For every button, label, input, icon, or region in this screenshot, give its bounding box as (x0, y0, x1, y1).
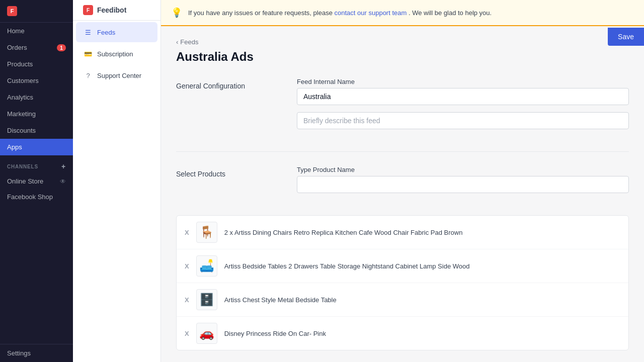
product-name-p1: 2 x Artiss Dining Chairs Retro Replica K… (224, 229, 620, 236)
sidebar-item-orders[interactable]: Orders1 (0, 39, 73, 56)
remove-product-p4[interactable]: X (185, 330, 189, 337)
sidebar-item-label-orders: Orders (7, 44, 27, 51)
product-name-search-group: Type Product Name (297, 166, 629, 193)
channels-section-label: CHANNELS + (0, 155, 73, 173)
sidebar-channel-online-store[interactable]: Online Store👁 (0, 173, 73, 189)
breadcrumb[interactable]: ‹ Feeds (176, 38, 629, 46)
app-panel: F Feedibot ☰ Feeds 💳 Subscription ? Supp… (73, 0, 161, 362)
sidebar: F HomeOrders1ProductsCustomersAnalyticsM… (0, 0, 73, 362)
sidebar-item-marketing[interactable]: Marketing (0, 106, 73, 122)
app-panel-label-subscription: Subscription (97, 50, 133, 58)
sidebar-item-label-marketing: Marketing (7, 110, 36, 118)
remove-product-p1[interactable]: X (185, 229, 189, 236)
save-button[interactable]: Save (608, 28, 644, 46)
feed-internal-name-input[interactable] (297, 88, 629, 105)
sidebar-item-label-analytics: Analytics (7, 94, 33, 101)
app-panel-item-subscription[interactable]: 💳 Subscription (76, 44, 157, 64)
main-content: 💡 If you have any issues or feature requ… (161, 0, 644, 362)
question-icon: ? (84, 71, 92, 79)
general-config-label: General Configuration (176, 78, 277, 90)
sidebar-item-products[interactable]: Products (0, 56, 73, 72)
sidebar-logo: F (0, 0, 73, 23)
product-name-p3: Artiss Chest Style Metal Bedside Table (224, 296, 620, 304)
add-channel-icon[interactable]: + (61, 162, 66, 170)
product-name-p4: Disney Princess Ride On Car- Pink (224, 330, 620, 337)
app-panel-title: Feedibot (97, 6, 126, 14)
info-banner-text: If you have any issues or feature reques… (188, 9, 492, 17)
sidebar-item-label-products: Products (7, 60, 33, 68)
sidebar-item-label-apps: Apps (7, 143, 22, 151)
support-link[interactable]: contact our support team (335, 9, 407, 17)
product-list: X 🪑 2 x Artiss Dining Chairs Retro Repli… (176, 215, 629, 350)
info-banner-icon: 💡 (171, 7, 182, 18)
sidebar-channel-facebook-shop[interactable]: Facebook Shop (0, 189, 73, 205)
feed-form: ‹ Feeds Australia Ads General Configurat… (161, 26, 644, 362)
feedibot-logo-icon: F (83, 5, 93, 15)
sidebar-item-customers[interactable]: Customers (0, 72, 73, 89)
sidebar-item-label-home: Home (7, 27, 25, 35)
content-area: 💡 If you have any issues or feature requ… (161, 0, 644, 362)
product-thumb-p2: 🛋️ (196, 255, 217, 277)
general-config-fields: Feed Internal Name (297, 78, 629, 136)
app-panel-label-feeds: Feeds (97, 29, 115, 36)
table-row: X 🚗 Disney Princess Ride On Car- Pink (177, 317, 628, 350)
sidebar-settings[interactable]: Settings (0, 344, 73, 362)
table-row: X 🪑 2 x Artiss Dining Chairs Retro Repli… (177, 216, 628, 249)
card-icon: 💳 (84, 50, 92, 58)
list-icon: ☰ (84, 28, 92, 36)
page-title: Australia Ads (176, 50, 629, 64)
sidebar-nav: HomeOrders1ProductsCustomersAnalyticsMar… (0, 23, 73, 155)
select-products-label: Select Products (176, 166, 277, 178)
sidebar-item-label-customers: Customers (7, 77, 39, 84)
channel-label-online-store: Online Store (7, 177, 43, 185)
product-name-search-input[interactable] (297, 176, 629, 193)
sidebar-item-discounts[interactable]: Discounts (0, 122, 73, 139)
product-thumb-p4: 🚗 (196, 323, 217, 344)
sidebar-item-home[interactable]: Home (0, 23, 73, 39)
select-products-fields: Type Product Name (297, 166, 629, 200)
table-row: X 🗄️ Artiss Chest Style Metal Bedside Ta… (177, 283, 628, 317)
select-products-section: Select Products Type Product Name (176, 166, 629, 200)
type-product-name-label: Type Product Name (297, 166, 629, 173)
sidebar-channels: Online Store👁Facebook Shop (0, 173, 73, 205)
sidebar-item-apps[interactable]: Apps (0, 139, 73, 155)
general-config-section: General Configuration Feed Internal Name (176, 78, 629, 136)
table-row: X 🛋️ Artiss Bedside Tables 2 Drawers Tab… (177, 249, 628, 283)
remove-product-p2[interactable]: X (185, 262, 189, 270)
product-thumb-p3: 🗄️ (196, 289, 217, 310)
sidebar-item-analytics[interactable]: Analytics (0, 89, 73, 106)
eye-icon-online-store: 👁 (60, 178, 66, 185)
app-panel-item-feeds[interactable]: ☰ Feeds (76, 22, 157, 42)
logo-icon: F (7, 6, 17, 16)
app-topbar: F Feedibot (73, 0, 160, 21)
feed-internal-name-group: Feed Internal Name (297, 78, 629, 105)
feed-description-group (297, 112, 629, 129)
channel-label-facebook-shop: Facebook Shop (7, 193, 53, 201)
app-panel-items: ☰ Feeds 💳 Subscription ? Support Center (73, 21, 160, 87)
app-panel-label-support-center: Support Center (97, 72, 141, 79)
section-divider-1 (176, 151, 629, 152)
badge-orders: 1 (57, 44, 66, 51)
info-banner: 💡 If you have any issues or feature requ… (161, 0, 644, 26)
product-thumb-p1: 🪑 (196, 222, 217, 243)
app-panel-item-support-center[interactable]: ? Support Center (76, 65, 157, 85)
feed-internal-name-label: Feed Internal Name (297, 78, 629, 85)
product-name-p2: Artiss Bedside Tables 2 Drawers Table St… (224, 262, 620, 270)
remove-product-p3[interactable]: X (185, 296, 189, 304)
sidebar-item-label-discounts: Discounts (7, 127, 36, 134)
feed-description-input[interactable] (297, 112, 629, 129)
